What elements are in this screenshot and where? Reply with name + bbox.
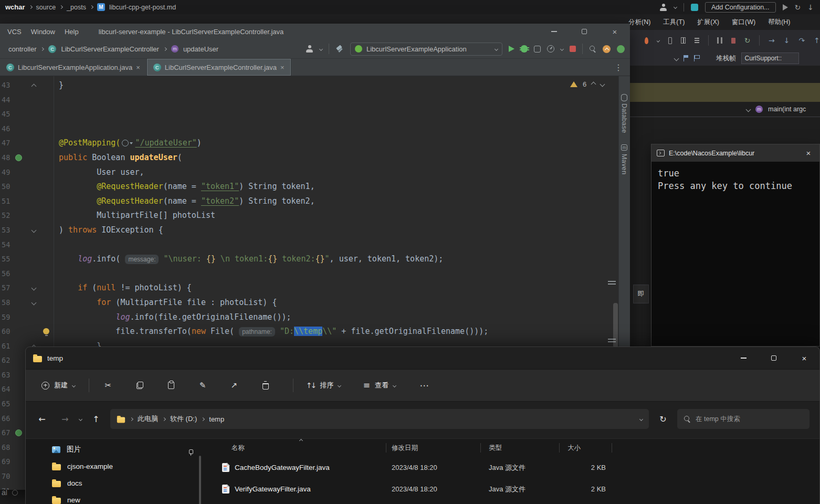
debug-button[interactable] <box>521 45 528 52</box>
line-number[interactable]: 44 <box>2 93 10 108</box>
code-line[interactable]: 44 <box>0 93 618 108</box>
search-icon[interactable] <box>589 45 596 52</box>
close-icon[interactable]: × <box>136 64 140 71</box>
sidebar-item-cjson-example[interactable]: cjson-example <box>31 458 200 475</box>
sidebar-item-pictures[interactable]: 图片 <box>31 441 200 458</box>
code-line[interactable]: 43} <box>0 78 618 93</box>
line-number[interactable]: 71 <box>2 484 10 490</box>
share-button[interactable]: ↗ <box>223 375 246 396</box>
address-crumb[interactable]: 软件 (D:) <box>170 414 197 424</box>
line-number[interactable]: 63 <box>2 368 10 383</box>
column-header-type[interactable]: 类型 <box>481 443 560 453</box>
download-icon[interactable]: ↓ <box>807 4 814 11</box>
line-number[interactable]: 67 <box>2 426 10 440</box>
chevron-down-icon[interactable] <box>674 56 679 61</box>
file-row[interactable]: VerifyGatewayFilter.java 2023/4/8 18:20 … <box>216 478 819 500</box>
line-number[interactable]: 61 <box>2 339 10 354</box>
code-line[interactable]: 48public Boolean updateUser( <box>0 151 618 165</box>
code-line[interactable]: 60 file.transferTo(new File( pathname: "… <box>0 324 618 339</box>
spring-mapping-icon[interactable] <box>15 154 22 161</box>
breadcrumb-item[interactable]: _posts <box>67 4 86 11</box>
line-number[interactable]: 53 <box>2 223 10 238</box>
minimize-button[interactable] <box>728 347 759 369</box>
chevron-down-icon[interactable] <box>657 39 660 42</box>
menu-item-tools[interactable]: 工具(T) <box>663 18 685 27</box>
maven-icon[interactable] <box>621 144 627 151</box>
code-line[interactable]: 45 <box>0 107 618 122</box>
sidebar-item-new[interactable]: new <box>31 491 200 504</box>
code-line[interactable]: 49 User user, <box>0 165 618 180</box>
line-number[interactable]: 66 <box>2 412 10 426</box>
back-button[interactable]: ← <box>33 410 51 428</box>
explorer-title-bar[interactable]: temp × <box>26 347 819 369</box>
stop-icon[interactable] <box>731 38 735 44</box>
close-button[interactable]: × <box>789 347 819 369</box>
close-button[interactable]: × <box>797 144 819 162</box>
chevron-down-icon[interactable] <box>319 47 323 50</box>
menu-item-analyze[interactable]: 分析(N) <box>628 18 650 27</box>
menu-item-help[interactable]: 帮助(H) <box>768 18 790 27</box>
delete-button[interactable] <box>254 375 277 396</box>
list-icon[interactable] <box>695 38 699 39</box>
vs-title-bar[interactable]: wchar source _posts M libcurl-cpp-get-po… <box>0 0 820 14</box>
line-number[interactable]: 58 <box>2 296 10 310</box>
chevron-down-icon[interactable] <box>560 47 564 50</box>
line-number[interactable]: 56 <box>2 267 10 281</box>
previous-warning-icon[interactable] <box>591 82 596 87</box>
line-number[interactable]: 70 <box>2 469 10 484</box>
breadcrumb-item[interactable]: updateUser <box>183 45 218 53</box>
stop-button[interactable] <box>570 46 576 52</box>
code-line[interactable]: 55 log.info( message: "\nuser: {} \n tok… <box>0 252 618 267</box>
split-view-icon[interactable] <box>681 37 686 44</box>
chevron-down-icon[interactable] <box>639 417 643 421</box>
line-number[interactable]: 69 <box>2 455 10 469</box>
account-icon[interactable] <box>659 4 667 11</box>
new-button[interactable]: 新建 <box>35 376 81 394</box>
rename-button[interactable]: ✎ <box>191 375 214 396</box>
hot-reload-icon[interactable] <box>645 37 648 44</box>
column-header-name[interactable]: 名称 <box>216 443 386 453</box>
restart-icon[interactable]: ↻ <box>744 37 751 44</box>
spring-mapping-icon[interactable] <box>15 429 22 436</box>
pause-icon[interactable] <box>717 37 722 44</box>
update-notification-icon[interactable] <box>603 45 611 53</box>
breadcrumb-file[interactable]: libcurl-cpp-get-post.md <box>109 4 176 11</box>
add-configuration-button[interactable]: Add Configuration... <box>705 2 776 13</box>
step-into-icon[interactable]: ↓ <box>784 37 790 44</box>
line-number[interactable]: 46 <box>2 122 10 136</box>
menu-item-help[interactable]: Help <box>65 28 79 36</box>
cut-button[interactable]: ✂ <box>97 375 120 396</box>
maximize-button[interactable] <box>569 24 600 39</box>
run-button[interactable] <box>509 46 514 52</box>
menu-item-extensions[interactable]: 扩展(X) <box>697 18 719 27</box>
menu-item-window[interactable]: Window <box>31 28 55 36</box>
run-icon[interactable] <box>783 4 788 10</box>
menu-item-window[interactable]: 窗口(W) <box>732 18 755 27</box>
thread-flag-icon[interactable] <box>684 55 689 61</box>
search-field[interactable] <box>677 409 810 429</box>
line-number[interactable]: 49 <box>2 165 10 180</box>
line-number[interactable]: 47 <box>2 136 10 151</box>
line-number[interactable]: 57 <box>2 281 10 296</box>
line-number[interactable]: 59 <box>2 310 10 325</box>
tool-tab-maven[interactable]: Maven <box>621 154 628 175</box>
line-number[interactable]: 60 <box>2 324 10 339</box>
code-line[interactable]: 58 for (MultipartFile file : photoList) … <box>0 296 618 310</box>
build-hammer-icon[interactable] <box>335 45 344 53</box>
stack-frame-combo[interactable]: CurlSupport:: <box>741 52 799 64</box>
forward-button[interactable]: → <box>56 410 74 428</box>
tab-controller-java[interactable]: LibCurlServerExampleController.java × <box>147 59 291 76</box>
code-line[interactable]: 53) throws IOException { <box>0 223 618 238</box>
close-button[interactable]: × <box>600 24 630 39</box>
line-number[interactable]: 48 <box>2 151 10 165</box>
code-line[interactable]: 56 <box>0 267 618 281</box>
view-button[interactable]: ≡ 查看 <box>358 376 401 394</box>
line-number[interactable]: 50 <box>2 180 10 194</box>
tab-application-java[interactable]: LibcurlServerExampleApplication.java × <box>0 59 147 76</box>
next-warning-icon[interactable] <box>600 82 605 87</box>
chevron-down-icon[interactable] <box>674 5 677 9</box>
address-crumb[interactable]: 此电脑 <box>138 414 158 424</box>
intention-bulb-icon[interactable] <box>43 328 49 334</box>
address-crumb[interactable]: temp <box>209 415 224 423</box>
sidebar-scrollbar[interactable] <box>199 456 201 504</box>
